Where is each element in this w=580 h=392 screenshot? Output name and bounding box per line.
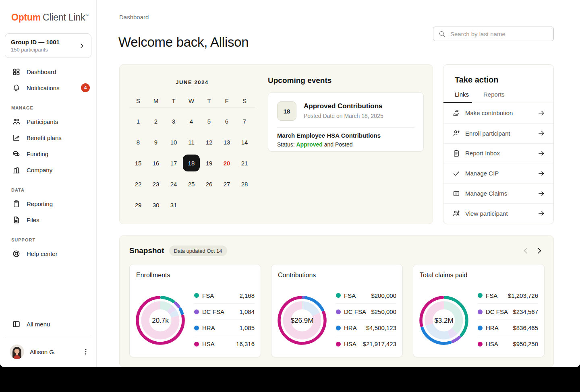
chevron-right-icon[interactable] [535,246,544,255]
calendar-day[interactable]: 3 [165,113,182,130]
help-icon [12,250,21,258]
calendar-day[interactable]: 6 [218,113,235,130]
calendar-day[interactable]: 2 [147,113,164,130]
calendar-day[interactable]: 7 [236,113,253,130]
take-action-list: Make contributionEnroll participantRepor… [443,103,553,223]
chevron-left-icon[interactable] [521,246,530,255]
action-item-manage-claims[interactable]: Manage Claims [443,183,553,203]
sidebar-item-funding[interactable]: Funding [0,146,96,162]
calendar-day[interactable]: 21 [236,155,253,171]
event-divider [277,127,414,128]
legend-value: $21,917,423 [363,340,396,347]
legend-dot [478,342,483,347]
legend: FSA$200,000DC FSA$250,000HRA$4,500,123HS… [336,287,396,352]
sidebar-item-all-menu[interactable]: All menu [0,316,96,332]
calendar-day[interactable]: 25 [183,175,200,192]
sidebar-item-company[interactable]: Company [0,162,96,178]
calendar-day[interactable]: 20 [218,155,235,171]
legend-row: HSA$950,250 [478,336,538,352]
calendar-day[interactable]: 28 [236,175,253,192]
sidebar-item-label: Dashboard [27,68,56,75]
notification-badge: 4 [81,83,90,92]
calendar-day[interactable]: 16 [147,155,164,171]
calendar-day[interactable]: 11 [183,134,200,151]
calendar-day[interactable]: 12 [201,134,218,151]
breadcrumb: Dashboard [119,14,149,21]
donut-center-label: 20.7k [152,317,169,324]
sidebar-section-label: SUPPORT [0,228,96,246]
arrow-right-icon [537,190,545,198]
sidebar-item-label: Help center [27,250,58,257]
calendar-day[interactable]: 9 [147,134,164,151]
sidebar-item-dashboard[interactable]: Dashboard [0,64,96,80]
calendar-day[interactable]: 18 [183,155,200,171]
calendar-day[interactable]: 26 [201,175,218,192]
sidebar-item-notifications[interactable]: Notifications4 [0,80,96,96]
donut-chart: $3.2M [416,292,472,349]
legend-value: $836,465 [513,324,538,331]
chart-icon [12,134,21,142]
legend-label: HRA [344,324,357,331]
donut-chart-wrap: $26.9M [274,292,330,349]
legend-value: $950,250 [513,340,538,347]
calendar-day[interactable]: 29 [130,196,147,213]
calendar-day[interactable]: 30 [147,196,164,213]
calendar-day[interactable]: 17 [165,155,182,171]
action-item-enroll-participant[interactable]: Enroll participant [443,123,553,143]
donut-center-label: $3.2M [434,317,453,324]
sidebar-item-participants[interactable]: Participants [0,113,96,130]
sidebar-item-files[interactable]: Files [0,212,96,228]
calendar-day[interactable]: 14 [236,134,253,151]
calendar-day[interactable]: 24 [165,175,182,192]
action-item-report-inbox[interactable]: Report Inbox [443,143,553,163]
calendar-day[interactable]: 8 [130,134,147,151]
calendar-day[interactable]: 19 [201,155,218,171]
sidebar-nav: DashboardNotifications4MANAGEParticipant… [0,64,96,262]
action-item-view-participant[interactable]: View participant [443,203,553,223]
sidebar-item-reporting[interactable]: Reporting [0,196,96,212]
sidebar-item-help-center[interactable]: Help center [0,246,96,262]
calendar-day[interactable]: 13 [218,134,235,151]
legend-row: FSA$1,203,726 [478,287,538,303]
profile-row[interactable]: Allison G. [0,338,96,367]
arrow-right-icon [537,149,545,157]
sidebar-item-benefit-plans[interactable]: Benefit plans [0,130,96,146]
event-card[interactable]: 18 Approved Contributions Posted Date on… [268,92,424,152]
calendar-day[interactable]: 23 [147,175,164,192]
calendar-day[interactable]: 4 [183,113,200,130]
page-title: Welcome back, Allison [118,35,249,50]
calendar-day[interactable]: 5 [201,113,218,130]
action-item-make-contribution[interactable]: Make contribution [443,103,553,123]
arrow-right-icon [537,169,545,177]
tab-reports[interactable]: Reports [483,91,505,103]
calendar-day[interactable]: 1 [130,113,147,130]
donut-chart-wrap: $3.2M [416,292,472,349]
snapshot-card-total-claims-paid: Total claims paid$3.2MFSA$1,203,726DC FS… [413,264,545,357]
calendar-day[interactable]: 31 [165,196,182,213]
clipboard-icon [12,200,21,208]
legend-row: DC FSA$234,567 [478,303,538,320]
action-item-manage-cip[interactable]: Manage CIP [443,163,553,183]
sidebar-item-label: Company [27,167,52,173]
search-box[interactable] [433,27,554,41]
event-status-value: Approved [296,141,322,148]
calendar-weekday: F [225,97,228,104]
calendar-divider [129,107,255,107]
group-selector[interactable]: Group ID — 1001 150 participants [5,33,91,58]
calendar-day[interactable]: 10 [165,134,182,151]
search-input[interactable] [450,30,549,38]
calendar-day[interactable]: 15 [130,155,147,171]
action-item-label: Enroll participant [465,130,510,137]
kebab-menu-icon[interactable] [82,348,90,356]
calendar-weekday: M [153,97,159,104]
legend-value: $200,000 [371,292,396,299]
tab-links[interactable]: Links [455,91,469,103]
legend-row: FSA2,168 [194,287,255,303]
people-search-icon [452,209,460,217]
file-icon [12,216,21,224]
calendar-day[interactable]: 27 [218,175,235,192]
calendar-day[interactable]: 22 [130,175,147,192]
legend-row: DC FSA1,084 [194,303,255,320]
people-icon [12,118,21,126]
legend-dot [336,309,341,314]
